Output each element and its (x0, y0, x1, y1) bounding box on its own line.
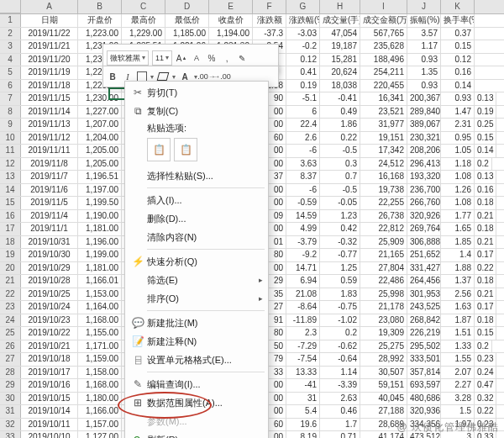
cell[interactable]: 27,188 (360, 405, 407, 418)
cell[interactable]: 1,127.00 (78, 431, 122, 438)
cell[interactable]: 236,700 (407, 184, 441, 197)
cell[interactable]: 268,842 (407, 314, 441, 327)
cell[interactable]: 0.15 (475, 327, 496, 340)
header-cell[interactable]: 收盘价 (209, 14, 253, 27)
col-header-D[interactable]: D (165, 0, 209, 13)
cell[interactable]: 1.26 (441, 184, 475, 197)
row-number[interactable]: 1 (0, 14, 21, 27)
row-number[interactable]: 8 (0, 106, 21, 119)
cell[interactable]: 1,159.00 (78, 353, 122, 366)
cell[interactable]: 1.83 (320, 288, 360, 301)
cell[interactable]: 23,521 (360, 106, 407, 119)
cell[interactable]: 1.37 (441, 275, 475, 288)
cell[interactable]: -37.3 (253, 28, 286, 40)
cell[interactable]: 1.33 (441, 340, 475, 353)
cell[interactable]: 2019/10/28 (21, 275, 78, 288)
cell[interactable]: 0.14 (475, 145, 496, 157)
cell[interactable]: 8.19 (286, 431, 320, 438)
cell[interactable]: 306,888 (407, 236, 441, 249)
cell[interactable]: 19.6 (286, 419, 320, 431)
cell[interactable]: 295,502 (407, 340, 441, 353)
cell[interactable]: 331,427 (407, 262, 441, 275)
cell[interactable]: 1,199.00 (78, 249, 122, 261)
row-number[interactable]: 3 (0, 40, 21, 53)
cell[interactable]: 1,197.00 (78, 184, 122, 197)
cell[interactable]: 269,764 (407, 223, 441, 235)
cell[interactable]: 1.77 (441, 210, 475, 223)
cell[interactable]: 0.7 (320, 171, 360, 183)
cell[interactable]: 0.12 (441, 54, 475, 66)
cell[interactable]: 0.71 (320, 431, 360, 438)
cell[interactable]: 3 (441, 431, 475, 438)
cell[interactable]: 19,738 (360, 184, 407, 197)
cell[interactable]: 19,151 (360, 132, 407, 145)
cell[interactable]: 41,174 (360, 431, 407, 438)
cell[interactable]: -0.64 (320, 353, 360, 366)
cell[interactable]: 1,168.00 (78, 379, 122, 392)
header-cell[interactable]: 涨跌幅(%) (286, 14, 320, 27)
row-number[interactable]: 6 (0, 80, 21, 92)
cell[interactable]: 480,686 (407, 393, 441, 405)
cell[interactable]: 0.41 (286, 66, 320, 79)
cell[interactable]: 19,309 (360, 327, 407, 340)
cell[interactable]: 333,501 (407, 353, 441, 366)
menu-quick-analysis[interactable]: ⚡快速分析(Q) (125, 252, 268, 271)
row-number[interactable]: 30 (0, 393, 21, 405)
cell[interactable]: 27,804 (360, 262, 407, 275)
cell[interactable]: 30,507 (360, 367, 407, 379)
cell[interactable]: -41 (286, 379, 320, 392)
cell[interactable]: 220,455 (360, 80, 407, 92)
percent-format-icon[interactable]: % (206, 52, 218, 64)
cell[interactable]: 320,926 (407, 210, 441, 223)
row-number[interactable]: 23 (0, 301, 21, 314)
cell[interactable]: 2019/11/19 (21, 66, 78, 79)
col-header-B[interactable]: B (78, 0, 122, 13)
cell[interactable]: 31,977 (360, 119, 407, 131)
menu-delete[interactable]: 删除(D)... (125, 209, 268, 228)
cell[interactable]: 0.17 (475, 301, 496, 314)
cell[interactable]: 0.49 (320, 106, 360, 119)
cell[interactable]: -7.29 (286, 340, 320, 353)
cell[interactable]: -0.5 (320, 184, 360, 197)
cell[interactable]: -0.62 (320, 340, 360, 353)
cell[interactable]: 1,155.00 (78, 327, 122, 340)
cell[interactable]: 0.24 (475, 367, 496, 379)
cell[interactable]: 1,171.00 (78, 340, 122, 353)
cell[interactable]: 0.95 (441, 132, 475, 145)
cell[interactable]: 0.23 (475, 353, 496, 366)
cell[interactable]: -7.54 (286, 353, 320, 366)
cell[interactable]: 0.23 (475, 419, 496, 431)
header-cell[interactable]: 换手率(%) (441, 14, 475, 27)
menu-copy[interactable]: ⧉复制(C) (125, 102, 268, 120)
col-header-G[interactable]: G (286, 0, 320, 13)
cell[interactable]: 25,275 (360, 340, 407, 353)
cell[interactable]: 2019/10/16 (21, 379, 78, 392)
cell[interactable]: 1.25 (320, 262, 360, 275)
menu-clear[interactable]: 清除内容(N) (125, 228, 268, 246)
header-cell[interactable]: 日期 (21, 14, 78, 27)
cell[interactable]: 473,512 (407, 431, 441, 438)
bold-icon[interactable]: B (107, 71, 118, 82)
cell[interactable]: 1,196.00 (78, 236, 122, 249)
cell[interactable]: 2019/11/5 (21, 197, 78, 209)
cell[interactable]: 2019/11/20 (21, 54, 78, 66)
cell[interactable]: 26,738 (360, 210, 407, 223)
cell[interactable]: 14.59 (286, 210, 320, 223)
cell[interactable]: 2019/10/29 (21, 262, 78, 275)
cell[interactable]: 301,953 (407, 288, 441, 301)
cell[interactable]: 0.22 (475, 262, 496, 275)
cell[interactable]: 0.42 (320, 223, 360, 235)
cell[interactable]: 0.2 (475, 158, 492, 171)
cell[interactable]: 5.4 (286, 405, 320, 418)
menu-refresh[interactable]: ⟳刷新(R) (125, 430, 268, 438)
cell[interactable]: 2019/11/7 (21, 171, 78, 183)
cell[interactable]: -0.77 (320, 249, 360, 261)
menu-filter[interactable]: 筛选(E)▸ (125, 271, 268, 289)
cell[interactable]: 1,157.00 (78, 419, 122, 431)
cell[interactable]: 3.57 (407, 28, 441, 40)
cell[interactable]: -5.1 (286, 92, 320, 105)
header-cell[interactable]: 最高价 (122, 14, 165, 27)
cell[interactable]: 567,765 (360, 28, 407, 40)
cell[interactable]: 1.86 (320, 119, 360, 131)
cell[interactable]: 3.63 (286, 158, 320, 171)
